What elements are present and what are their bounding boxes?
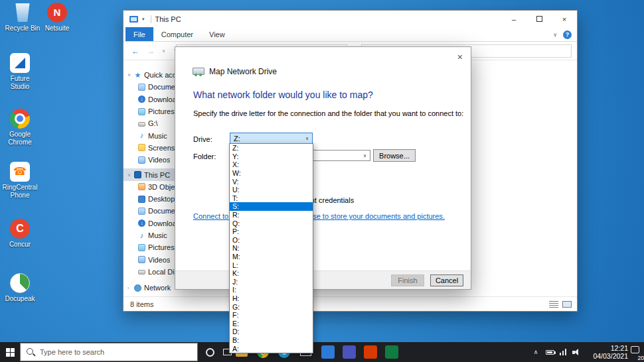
cancel-button[interactable]: Cancel [430,274,463,286]
expand-ribbon-icon[interactable]: ∨ [553,32,557,38]
recent-locations-chevron-icon[interactable]: ∨ [162,48,165,54]
desktop-icon-concur[interactable]: Concur [1,219,39,249]
videos-icon [138,256,145,263]
drive-option[interactable]: G: [230,302,313,311]
drive-option[interactable]: N: [230,244,313,253]
chevron-right-icon[interactable]: › [127,286,134,290]
drive-option[interactable]: P: [230,227,313,236]
battery-icon [546,350,554,355]
taskbar-search[interactable] [20,343,198,361]
battery-tray-button[interactable] [543,342,556,362]
drive-option[interactable]: V: [230,177,313,186]
desktop-icon-label: Google Chrome [1,131,39,147]
desktop-icon-ringcentral-phone[interactable]: RingCentral Phone [1,162,39,200]
drive-option[interactable]: K: [230,269,313,278]
drive-option[interactable]: B: [230,336,313,345]
chevron-down-icon[interactable]: ∨ [127,72,134,78]
pictures-icon [138,108,145,115]
drive-option[interactable]: D: [230,328,313,336]
thumbnails-view-icon[interactable] [562,301,572,308]
desktop-icon-label: Future Studio [1,75,39,91]
minimize-button[interactable]: – [501,11,526,27]
finish-button[interactable]: Finish [391,274,424,286]
concur-icon [10,219,30,239]
drive-option[interactable]: Y: [230,152,313,161]
drive-option[interactable]: X: [230,160,313,169]
app-icon [364,345,377,359]
help-icon[interactable]: ? [563,30,572,39]
dialog-close-button[interactable]: × [457,52,463,62]
taskbar-app-1[interactable] [320,344,336,360]
forward-button[interactable]: → [147,46,155,56]
quick-access-toolbar-chevron-icon[interactable]: ▾ [142,17,145,22]
drive-option-selected[interactable]: S: [230,202,313,211]
desktop-icon-recycle-bin[interactable]: Recycle Bin [4,3,41,32]
drive-option[interactable]: H: [230,294,313,303]
quick-access-star-icon: ★ [134,72,141,79]
documents-icon [138,84,145,91]
network-signal-icon [560,349,567,355]
desktop-folder-icon [138,196,145,203]
drive-option[interactable]: O: [230,236,313,245]
clock-time: 12:21 [587,344,628,352]
drive-option[interactable]: Z: [230,144,313,152]
folder-label: Folder: [193,152,216,160]
desktop: Recycle Bin Netsuite Future Studio Googl… [0,0,644,362]
items-count: 8 items [130,300,153,308]
3d-objects-icon [138,183,145,190]
browse-button[interactable]: Browse... [373,149,416,162]
search-input[interactable] [40,348,192,356]
show-hidden-icons-button[interactable]: ∧ [530,342,542,362]
drive-option[interactable]: A: [230,344,313,353]
folder-icon [138,144,145,151]
notification-bubble-icon [631,346,639,353]
drive-combobox[interactable]: Z: ∨ [230,133,313,144]
window-title: This PC [155,15,181,23]
drive-label: Drive: [193,135,212,143]
drive-option[interactable]: M: [230,253,313,261]
ringcentral-icon [10,162,30,182]
desktop-icon-label: Docupeak [1,295,39,303]
status-bar: 8 items [123,296,577,311]
drive-option[interactable]: I: [230,286,313,294]
map-network-drive-dialog: × Map Network Drive What network folder … [175,46,471,290]
documents-icon [138,208,145,215]
title-bar[interactable]: ▾ This PC – × [123,11,577,27]
desktop-icon-docupeak[interactable]: Docupeak [1,273,39,303]
drive-option[interactable]: Q: [230,219,313,227]
taskbar-app-4[interactable] [384,344,400,360]
chevron-down-icon: ∨ [363,153,366,158]
network-tray-button[interactable] [556,342,570,362]
future-studio-icon [10,53,30,73]
drive-option[interactable]: R: [230,211,313,219]
drive-option[interactable]: T: [230,194,313,203]
desktop-icon-netsuite[interactable]: Netsuite [39,3,76,32]
tab-computer[interactable]: Computer [153,27,201,41]
close-button[interactable]: × [552,11,577,27]
cortana-icon [206,348,214,357]
drive-option[interactable]: F: [230,311,313,320]
maximize-button[interactable] [526,11,552,27]
action-center-button[interactable]: 20 [629,342,644,362]
taskbar-app-2[interactable] [341,344,357,360]
desktop-icon-google-chrome[interactable]: Google Chrome [1,109,39,147]
details-view-icon[interactable] [549,301,558,308]
taskbar-clock[interactable]: 12:21 04/03/2021 [587,344,628,360]
tab-view[interactable]: View [201,27,233,41]
drive-option[interactable]: W: [230,169,313,178]
dialog-title: Map Network Drive [209,67,277,76]
taskbar-app-3[interactable] [362,344,378,360]
start-button[interactable] [0,342,20,362]
back-button[interactable]: ← [131,46,139,56]
cortana-button[interactable] [201,342,219,362]
desktop-icon-future-studio[interactable]: Future Studio [1,53,39,91]
volume-tray-button[interactable] [570,342,583,362]
drive-option[interactable]: L: [230,261,313,269]
videos-icon [138,156,145,164]
chevron-down-icon[interactable]: ∨ [127,172,134,178]
drive-option[interactable]: U: [230,186,313,194]
drive-option[interactable]: J: [230,278,313,286]
maximize-icon [536,16,542,22]
drive-option[interactable]: E: [230,319,313,328]
tab-file[interactable]: File [125,27,153,41]
